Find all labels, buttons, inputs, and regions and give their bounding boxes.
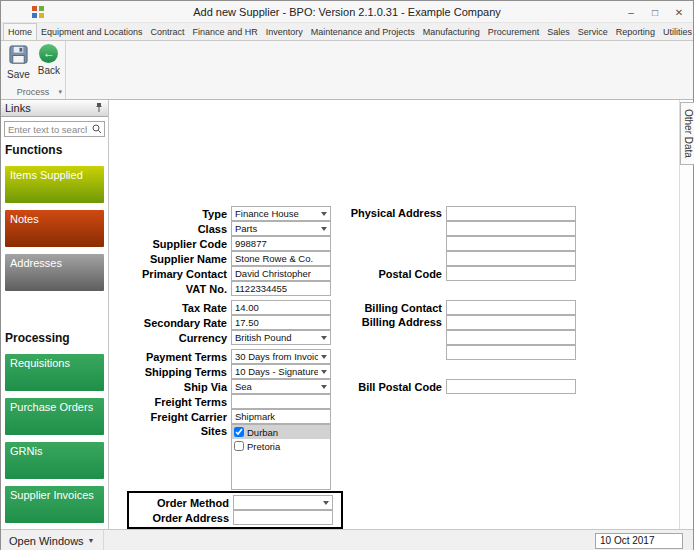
tab-home[interactable]: Home [3, 23, 37, 41]
secondary-rate-input[interactable] [231, 315, 331, 330]
freight-terms-input[interactable] [231, 394, 331, 409]
sidebar-item-supplier-invoices[interactable]: Supplier Invoices [5, 486, 104, 523]
close-icon[interactable]: ✕ [667, 1, 691, 23]
sidebar-item-grns[interactable]: GRNis [5, 442, 104, 479]
class-value: Parts [232, 223, 318, 234]
supplier-name-input[interactable] [231, 251, 331, 266]
sidebar-item-requisitions[interactable]: Requisitions [5, 354, 104, 391]
tab-maintenance-and-projects[interactable]: Maintenance and Projects [307, 24, 419, 40]
minimize-icon[interactable]: – [619, 1, 643, 23]
type-dropdown[interactable]: Finance House [231, 206, 331, 221]
tab-manufacturing[interactable]: Manufacturing [419, 24, 484, 40]
chevron-down-icon: ▼ [88, 537, 95, 544]
order-method-dropdown[interactable] [233, 495, 333, 510]
payment-terms-dropdown[interactable]: 30 Days from Invoice [231, 349, 331, 364]
postal-code-input[interactable] [446, 266, 576, 281]
sidebar-item-addresses[interactable]: Addresses [5, 254, 104, 291]
site-item-pretoria[interactable]: Pretoria [232, 439, 330, 453]
ship-via-dropdown[interactable]: Sea [231, 379, 331, 394]
vat-no-input[interactable] [231, 281, 331, 296]
app-window: Add new Supplier - BPO: Version 2.1.0.31… [0, 0, 694, 550]
save-button[interactable]: Save [7, 44, 30, 85]
shipping-terms-label: Shipping Terms [135, 366, 231, 378]
chevron-down-icon[interactable] [320, 496, 332, 509]
tab-utilities[interactable]: Utilities [659, 24, 693, 40]
class-dropdown[interactable]: Parts [231, 221, 331, 236]
ribbon: Save ← Back Process ▾ [1, 41, 693, 100]
tab-other-data[interactable]: Other Data [680, 102, 694, 165]
payment-terms-value: 30 Days from Invoice [232, 351, 318, 362]
tab-finance-and-hr[interactable]: Finance and HR [189, 24, 262, 40]
status-bar: Open Windows ▼ 10 Oct 2017 [1, 529, 693, 550]
site-label-pretoria: Pretoria [247, 441, 280, 452]
order-address-input[interactable] [233, 510, 333, 525]
sites-label: Sites [135, 424, 231, 437]
form-right-column: Physical Address Postal Code Billing Con… [346, 206, 606, 394]
billing-address-line3-input[interactable] [446, 345, 576, 360]
shipping-terms-dropdown[interactable]: 10 Days - Signature [231, 364, 331, 379]
chevron-down-icon[interactable] [318, 207, 330, 220]
sidebar-item-notes[interactable]: Notes [5, 210, 104, 247]
billing-address-line1-input[interactable] [446, 315, 576, 330]
currency-label: Currency [135, 332, 231, 344]
payment-terms-label: Payment Terms [135, 351, 231, 363]
save-button-label: Save [7, 69, 30, 80]
freight-carrier-input[interactable] [231, 409, 331, 424]
tab-procurement[interactable]: Procurement [484, 24, 544, 40]
primary-contact-label: Primary Contact [135, 268, 231, 280]
pin-icon[interactable] [94, 102, 104, 115]
physical-address-line2-input[interactable] [446, 221, 576, 236]
sidebar-item-purchase-orders[interactable]: Purchase Orders [5, 398, 104, 435]
maximize-icon[interactable]: □ [643, 1, 667, 23]
physical-address-line1-input[interactable] [446, 206, 576, 221]
billing-address-label: Billing Address [346, 315, 446, 328]
processing-heading: Processing [1, 331, 108, 346]
tab-contract[interactable]: Contract [147, 24, 189, 40]
shipping-terms-value: 10 Days - Signature [232, 366, 318, 377]
back-button[interactable]: ← Back [38, 44, 60, 85]
bill-postal-code-label: Bill Postal Code [346, 381, 446, 393]
site-checkbox-pretoria[interactable] [234, 441, 244, 451]
search-icon[interactable] [90, 124, 104, 134]
billing-contact-input[interactable] [446, 300, 576, 315]
links-panel-title: Links [5, 102, 94, 114]
physical-address-line3-input[interactable] [446, 236, 576, 251]
tab-sales[interactable]: Sales [543, 24, 574, 40]
supplier-code-input[interactable] [231, 236, 331, 251]
functions-heading: Functions [1, 143, 108, 158]
tax-rate-label: Tax Rate [135, 302, 231, 314]
group-dialog-launcher-icon[interactable]: ▾ [58, 88, 62, 96]
tab-reporting[interactable]: Reporting [612, 24, 659, 40]
chevron-down-icon[interactable] [318, 380, 330, 393]
window-title: Add new Supplier - BPO: Version 2.1.0.31… [1, 1, 693, 23]
supplier-form: Type Finance House Class Parts Supplier … [109, 100, 679, 529]
secondary-rate-label: Secondary Rate [135, 317, 231, 329]
main-area: Links Functions Items Supplied Notes Add… [1, 100, 693, 529]
chevron-down-icon[interactable] [318, 331, 330, 344]
primary-contact-input[interactable] [231, 266, 331, 281]
bill-postal-code-input[interactable] [446, 379, 576, 394]
sidebar-item-items-supplied[interactable]: Items Supplied [5, 166, 104, 203]
chevron-down-icon[interactable] [318, 350, 330, 363]
chevron-down-icon[interactable] [318, 222, 330, 235]
supplier-code-label: Supplier Code [135, 238, 231, 250]
billing-address-line2-input[interactable] [446, 330, 576, 345]
tax-rate-input[interactable] [231, 300, 331, 315]
physical-address-label: Physical Address [346, 206, 446, 219]
links-panel: Links Functions Items Supplied Notes Add… [1, 100, 109, 529]
site-item-durban[interactable]: Durban [232, 425, 330, 439]
currency-dropdown[interactable]: British Pound [231, 330, 331, 345]
ship-via-value: Sea [232, 381, 318, 392]
chevron-down-icon[interactable] [318, 365, 330, 378]
tab-service[interactable]: Service [574, 24, 612, 40]
site-checkbox-durban[interactable] [234, 427, 244, 437]
tab-equipment-and-locations[interactable]: Equipment and Locations [37, 24, 147, 40]
date-field[interactable]: 10 Oct 2017 [595, 533, 683, 549]
open-windows-button[interactable]: Open Windows ▼ [1, 530, 104, 550]
right-dock-strip: Other Data [679, 100, 693, 529]
tab-inventory[interactable]: Inventory [262, 24, 307, 40]
physical-address-line4-input[interactable] [446, 251, 576, 266]
sites-listbox[interactable]: Durban Pretoria [231, 424, 331, 490]
ship-via-label: Ship Via [135, 381, 231, 393]
search-input[interactable] [5, 124, 90, 135]
